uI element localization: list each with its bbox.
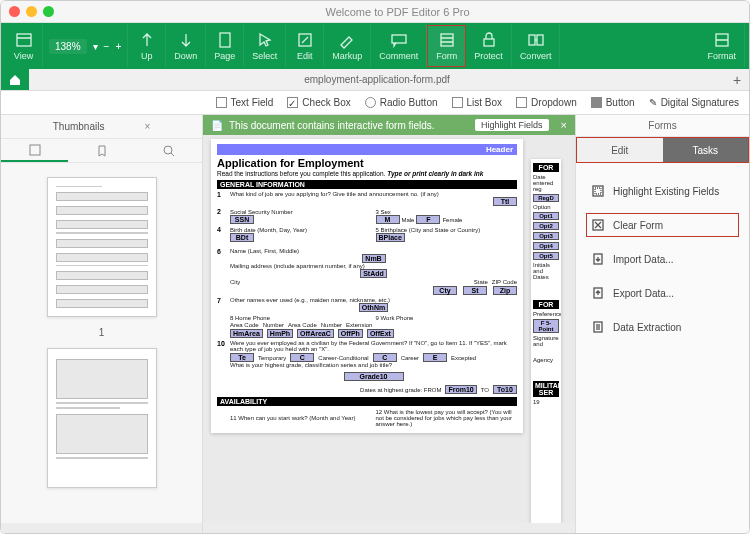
thumbnails-scrollbar[interactable] bbox=[1, 523, 202, 533]
form-field-opt2[interactable]: Opt2 bbox=[533, 222, 559, 230]
form-field-from10[interactable]: From10 bbox=[445, 385, 476, 394]
app-title: Welcome to PDF Editor 6 Pro bbox=[54, 6, 741, 18]
close-banner-button[interactable]: × bbox=[561, 119, 567, 131]
workspace: Thumbnails × 1 bbox=[1, 115, 749, 533]
form-field-offph[interactable]: OffPh bbox=[338, 329, 363, 338]
select-tool[interactable]: Select bbox=[244, 25, 286, 67]
page-up-tool[interactable]: Up bbox=[128, 25, 166, 67]
svg-point-14 bbox=[164, 146, 172, 154]
task-data-extraction[interactable]: Data Extraction bbox=[586, 315, 739, 339]
form-field-opt1[interactable]: Opt1 bbox=[533, 212, 559, 220]
window-controls bbox=[9, 6, 54, 17]
form-field-hmarea[interactable]: HmArea bbox=[230, 329, 263, 338]
search-tab[interactable] bbox=[135, 139, 202, 162]
button-control[interactable]: Button bbox=[591, 97, 635, 108]
form-field-5point[interactable]: F 5-Point bbox=[533, 319, 559, 333]
banner-text: This document contains interactive form … bbox=[229, 120, 435, 131]
view-tool[interactable]: View bbox=[5, 25, 43, 67]
markup-tool[interactable]: Markup bbox=[324, 25, 371, 67]
form-field-regd[interactable]: RegD bbox=[533, 194, 559, 202]
text-field-control[interactable]: Text Field bbox=[216, 97, 274, 108]
radio-icon bbox=[365, 97, 376, 108]
page-thumbnail-2[interactable] bbox=[47, 348, 157, 488]
form-field-exc[interactable]: E bbox=[423, 353, 447, 362]
form-field-female[interactable]: F bbox=[416, 215, 440, 224]
form-field-car[interactable]: C bbox=[373, 353, 397, 362]
form-field-state[interactable]: St bbox=[463, 286, 487, 295]
close-window-button[interactable] bbox=[9, 6, 20, 17]
form-field-city[interactable]: Cty bbox=[433, 286, 457, 295]
markup-icon bbox=[338, 31, 356, 49]
cursor-icon bbox=[256, 31, 274, 49]
protect-tool[interactable]: Protect bbox=[466, 25, 512, 67]
form-field-to10[interactable]: To10 bbox=[493, 385, 517, 394]
form-tool[interactable]: Form bbox=[427, 25, 466, 67]
tab-tasks[interactable]: Tasks bbox=[663, 138, 749, 162]
svg-rect-8 bbox=[484, 39, 494, 46]
list-box-control[interactable]: List Box bbox=[452, 97, 503, 108]
bookmark-tab[interactable] bbox=[68, 139, 135, 162]
form-field-zip[interactable]: Zip bbox=[493, 286, 517, 295]
form-field-othername[interactable]: OthNm bbox=[359, 303, 388, 312]
highlight-fields-button[interactable]: Highlight Fields bbox=[475, 119, 549, 131]
maximize-window-button[interactable] bbox=[43, 6, 54, 17]
form-icon bbox=[438, 31, 456, 49]
document-scroll[interactable]: Header Application for Employment Read t… bbox=[203, 135, 575, 523]
close-panel-button[interactable]: × bbox=[144, 121, 150, 132]
add-tab-button[interactable]: + bbox=[725, 69, 749, 90]
page-thumbnail-1[interactable] bbox=[47, 177, 157, 317]
form-field-offarea[interactable]: OffAreaC bbox=[297, 329, 334, 338]
list-box-icon bbox=[452, 97, 463, 108]
zoom-value[interactable]: 138% bbox=[49, 39, 87, 54]
edit-tool[interactable]: Edit bbox=[286, 25, 324, 67]
minimize-window-button[interactable] bbox=[26, 6, 37, 17]
zoom-minus[interactable]: − bbox=[104, 41, 110, 52]
page-down-tool[interactable]: Down bbox=[166, 25, 206, 67]
doc-scrollbar[interactable] bbox=[203, 523, 575, 533]
form-field-ttl[interactable]: Ttl bbox=[493, 197, 517, 206]
form-field-offext[interactable]: OffExt bbox=[367, 329, 394, 338]
form-field-hmph[interactable]: HmPh bbox=[267, 329, 293, 338]
page-tool[interactable]: Page bbox=[206, 25, 244, 67]
form-field-opt4[interactable]: Opt4 bbox=[533, 242, 559, 250]
titlebar: Welcome to PDF Editor 6 Pro bbox=[1, 1, 749, 23]
comment-tool[interactable]: Comment bbox=[371, 25, 427, 67]
digital-signatures-control[interactable]: ✎Digital Signatures bbox=[649, 97, 739, 108]
tab-edit[interactable]: Edit bbox=[577, 138, 663, 162]
form-controls-bar: Text Field ✓Check Box Radio Button List … bbox=[1, 91, 749, 115]
form-field-header[interactable]: Header bbox=[217, 144, 517, 155]
form-field-bdt[interactable]: BDt bbox=[230, 233, 254, 242]
task-clear-form[interactable]: Clear Form bbox=[586, 213, 739, 237]
form-field-male[interactable]: M bbox=[376, 215, 400, 224]
svg-rect-5 bbox=[441, 34, 453, 46]
svg-rect-0 bbox=[17, 34, 31, 46]
thumbnails-list[interactable]: 1 bbox=[1, 163, 202, 523]
app-window: Welcome to PDF Editor 6 Pro View 138% ▾ … bbox=[0, 0, 750, 534]
form-field-grade[interactable]: Grade10 bbox=[344, 372, 404, 381]
form-field-opt5[interactable]: Opt5 bbox=[533, 252, 559, 260]
form-field-opt3[interactable]: Opt3 bbox=[533, 232, 559, 240]
format-tool[interactable]: Format bbox=[699, 25, 745, 67]
thumbnails-title: Thumbnails bbox=[53, 121, 105, 132]
form-field-cc[interactable]: C bbox=[290, 353, 314, 362]
form-field-te[interactable]: Te bbox=[230, 353, 254, 362]
thumbnail-tab[interactable] bbox=[1, 139, 68, 162]
convert-tool[interactable]: Convert bbox=[512, 25, 561, 67]
form-field-ssn[interactable]: SSN bbox=[230, 215, 254, 224]
form-field-bplace[interactable]: BPlace bbox=[376, 233, 405, 242]
radio-button-control[interactable]: Radio Button bbox=[365, 97, 438, 108]
check-box-control[interactable]: ✓Check Box bbox=[287, 97, 350, 108]
button-icon bbox=[591, 97, 602, 108]
form-field-address[interactable]: StAdd bbox=[360, 269, 387, 278]
document-tab[interactable]: employment-application-form.pdf bbox=[29, 69, 725, 90]
task-export-data[interactable]: Export Data... bbox=[586, 281, 739, 305]
dropdown-control[interactable]: Dropdown bbox=[516, 97, 577, 108]
task-highlight-fields[interactable]: Highlight Existing Fields bbox=[586, 179, 739, 203]
task-import-data[interactable]: Import Data... bbox=[586, 247, 739, 271]
zoom-control[interactable]: 138% ▾ − + bbox=[43, 25, 128, 67]
form-field-name[interactable]: NmB bbox=[362, 254, 386, 263]
thumbnail-icon bbox=[28, 143, 42, 157]
doc-title: Application for Employment bbox=[217, 157, 517, 169]
zoom-plus[interactable]: + bbox=[115, 41, 121, 52]
home-tab[interactable] bbox=[1, 69, 29, 90]
